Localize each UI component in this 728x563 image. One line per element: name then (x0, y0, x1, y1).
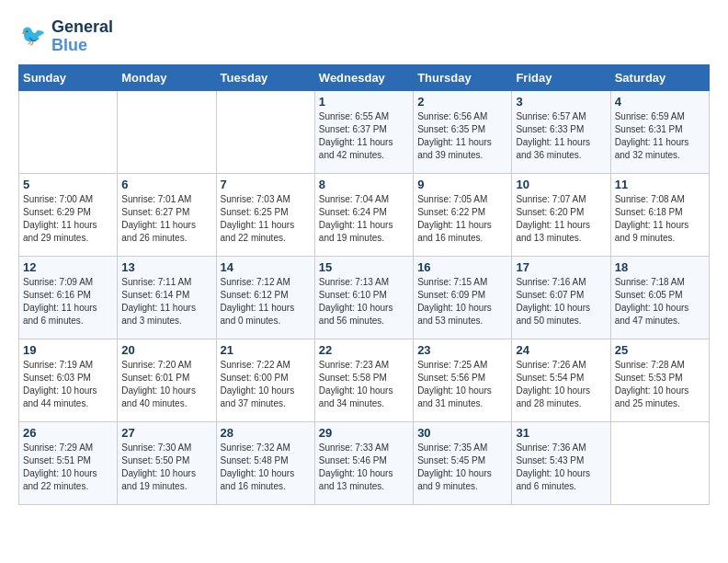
day-info: Sunrise: 7:15 AM Sunset: 6:09 PM Dayligh… (417, 276, 507, 327)
calendar-cell: 21Sunrise: 7:22 AM Sunset: 6:00 PM Dayli… (216, 339, 314, 421)
weekday-header-saturday: Saturday (610, 64, 709, 90)
calendar-cell: 4Sunrise: 6:59 AM Sunset: 6:31 PM Daylig… (610, 90, 709, 173)
calendar-cell: 20Sunrise: 7:20 AM Sunset: 6:01 PM Dayli… (118, 339, 216, 421)
calendar-week-1: 1Sunrise: 6:55 AM Sunset: 6:37 PM Daylig… (19, 90, 710, 173)
day-number: 7 (221, 178, 311, 191)
day-number: 21 (221, 343, 311, 357)
calendar-cell: 3Sunrise: 6:57 AM Sunset: 6:33 PM Daylig… (512, 90, 610, 173)
day-info: Sunrise: 7:20 AM Sunset: 6:01 PM Dayligh… (121, 359, 211, 410)
day-number: 22 (319, 343, 409, 357)
day-info: Sunrise: 7:07 AM Sunset: 6:20 PM Dayligh… (516, 193, 606, 245)
day-info: Sunrise: 7:19 AM Sunset: 6:03 PM Dayligh… (23, 359, 113, 410)
logo: 🐦 General Blue (18, 18, 113, 55)
day-number: 4 (615, 95, 705, 109)
day-number: 19 (23, 343, 113, 357)
logo-icon: 🐦 (18, 22, 48, 52)
day-number: 10 (516, 178, 606, 191)
calendar-cell: 7Sunrise: 7:03 AM Sunset: 6:25 PM Daylig… (216, 173, 314, 256)
day-number: 24 (516, 343, 606, 357)
calendar-cell (19, 90, 118, 173)
calendar-header-row: SundayMondayTuesdayWednesdayThursdayFrid… (19, 64, 710, 90)
day-number: 25 (615, 343, 705, 357)
day-info: Sunrise: 7:28 AM Sunset: 5:53 PM Dayligh… (615, 359, 705, 410)
calendar-cell: 31Sunrise: 7:36 AM Sunset: 5:43 PM Dayli… (512, 421, 610, 504)
calendar-cell: 27Sunrise: 7:30 AM Sunset: 5:50 PM Dayli… (118, 421, 216, 504)
day-number: 18 (615, 260, 705, 274)
calendar-week-5: 26Sunrise: 7:29 AM Sunset: 5:51 PM Dayli… (19, 421, 710, 504)
day-info: Sunrise: 6:56 AM Sunset: 6:35 PM Dayligh… (417, 110, 507, 162)
day-number: 8 (319, 178, 409, 191)
calendar-cell: 18Sunrise: 7:18 AM Sunset: 6:05 PM Dayli… (610, 256, 709, 339)
day-info: Sunrise: 7:30 AM Sunset: 5:50 PM Dayligh… (121, 442, 211, 493)
day-info: Sunrise: 7:18 AM Sunset: 6:05 PM Dayligh… (615, 276, 705, 327)
calendar-cell: 9Sunrise: 7:05 AM Sunset: 6:22 PM Daylig… (414, 173, 512, 256)
calendar-cell: 2Sunrise: 6:56 AM Sunset: 6:35 PM Daylig… (414, 90, 512, 173)
day-number: 3 (516, 95, 606, 109)
weekday-header-monday: Monday (118, 64, 216, 90)
calendar-cell: 16Sunrise: 7:15 AM Sunset: 6:09 PM Dayli… (414, 256, 512, 339)
day-number: 26 (23, 426, 113, 440)
day-number: 28 (221, 426, 311, 440)
calendar-cell: 24Sunrise: 7:26 AM Sunset: 5:54 PM Dayli… (512, 339, 610, 421)
page-header: 🐦 General Blue (18, 18, 710, 55)
day-number: 12 (23, 260, 113, 274)
calendar-cell (216, 90, 314, 173)
day-number: 29 (319, 426, 409, 440)
day-info: Sunrise: 7:32 AM Sunset: 5:48 PM Dayligh… (221, 442, 311, 493)
calendar-cell: 28Sunrise: 7:32 AM Sunset: 5:48 PM Dayli… (216, 421, 314, 504)
day-number: 1 (319, 95, 409, 109)
day-info: Sunrise: 7:22 AM Sunset: 6:00 PM Dayligh… (221, 359, 311, 410)
day-info: Sunrise: 7:03 AM Sunset: 6:25 PM Dayligh… (221, 193, 311, 245)
day-info: Sunrise: 7:33 AM Sunset: 5:46 PM Dayligh… (319, 442, 409, 493)
day-info: Sunrise: 7:23 AM Sunset: 5:58 PM Dayligh… (319, 359, 409, 410)
calendar-week-4: 19Sunrise: 7:19 AM Sunset: 6:03 PM Dayli… (19, 339, 710, 421)
day-info: Sunrise: 7:12 AM Sunset: 6:12 PM Dayligh… (221, 276, 311, 327)
weekday-header-thursday: Thursday (414, 64, 512, 90)
day-number: 5 (23, 178, 113, 191)
day-info: Sunrise: 7:08 AM Sunset: 6:18 PM Dayligh… (615, 193, 705, 245)
day-number: 11 (615, 178, 705, 191)
calendar-cell (118, 90, 216, 173)
calendar-cell: 29Sunrise: 7:33 AM Sunset: 5:46 PM Dayli… (314, 421, 413, 504)
day-number: 30 (417, 426, 507, 440)
weekday-header-sunday: Sunday (19, 64, 118, 90)
calendar-table: SundayMondayTuesdayWednesdayThursdayFrid… (18, 64, 710, 505)
day-info: Sunrise: 7:09 AM Sunset: 6:16 PM Dayligh… (23, 276, 113, 327)
day-info: Sunrise: 7:05 AM Sunset: 6:22 PM Dayligh… (417, 193, 507, 245)
calendar-cell: 22Sunrise: 7:23 AM Sunset: 5:58 PM Dayli… (314, 339, 413, 421)
day-number: 15 (319, 260, 409, 274)
calendar-cell: 5Sunrise: 7:00 AM Sunset: 6:29 PM Daylig… (19, 173, 118, 256)
day-number: 17 (516, 260, 606, 274)
calendar-cell: 17Sunrise: 7:16 AM Sunset: 6:07 PM Dayli… (512, 256, 610, 339)
calendar-cell: 13Sunrise: 7:11 AM Sunset: 6:14 PM Dayli… (118, 256, 216, 339)
day-info: Sunrise: 6:57 AM Sunset: 6:33 PM Dayligh… (516, 110, 606, 162)
calendar-cell: 26Sunrise: 7:29 AM Sunset: 5:51 PM Dayli… (19, 421, 118, 504)
day-number: 16 (417, 260, 507, 274)
day-number: 2 (417, 95, 507, 109)
calendar-week-2: 5Sunrise: 7:00 AM Sunset: 6:29 PM Daylig… (19, 173, 710, 256)
day-info: Sunrise: 7:04 AM Sunset: 6:24 PM Dayligh… (319, 193, 409, 245)
calendar-cell: 14Sunrise: 7:12 AM Sunset: 6:12 PM Dayli… (216, 256, 314, 339)
calendar-cell: 1Sunrise: 6:55 AM Sunset: 6:37 PM Daylig… (314, 90, 413, 173)
calendar-cell: 30Sunrise: 7:35 AM Sunset: 5:45 PM Dayli… (414, 421, 512, 504)
weekday-header-wednesday: Wednesday (314, 64, 413, 90)
day-info: Sunrise: 6:55 AM Sunset: 6:37 PM Dayligh… (319, 110, 409, 162)
calendar-week-3: 12Sunrise: 7:09 AM Sunset: 6:16 PM Dayli… (19, 256, 710, 339)
day-info: Sunrise: 7:01 AM Sunset: 6:27 PM Dayligh… (121, 193, 211, 245)
day-info: Sunrise: 6:59 AM Sunset: 6:31 PM Dayligh… (615, 110, 705, 162)
day-info: Sunrise: 7:00 AM Sunset: 6:29 PM Dayligh… (23, 193, 113, 245)
day-info: Sunrise: 7:13 AM Sunset: 6:10 PM Dayligh… (319, 276, 409, 327)
day-number: 6 (121, 178, 211, 191)
calendar-cell: 10Sunrise: 7:07 AM Sunset: 6:20 PM Dayli… (512, 173, 610, 256)
calendar-cell: 6Sunrise: 7:01 AM Sunset: 6:27 PM Daylig… (118, 173, 216, 256)
day-info: Sunrise: 7:29 AM Sunset: 5:51 PM Dayligh… (23, 442, 113, 493)
calendar-cell: 8Sunrise: 7:04 AM Sunset: 6:24 PM Daylig… (314, 173, 413, 256)
day-number: 27 (121, 426, 211, 440)
day-info: Sunrise: 7:35 AM Sunset: 5:45 PM Dayligh… (417, 442, 507, 493)
day-number: 13 (121, 260, 211, 274)
calendar-cell: 19Sunrise: 7:19 AM Sunset: 6:03 PM Dayli… (19, 339, 118, 421)
day-info: Sunrise: 7:16 AM Sunset: 6:07 PM Dayligh… (516, 276, 606, 327)
weekday-header-friday: Friday (512, 64, 610, 90)
day-number: 20 (121, 343, 211, 357)
day-info: Sunrise: 7:11 AM Sunset: 6:14 PM Dayligh… (121, 276, 211, 327)
